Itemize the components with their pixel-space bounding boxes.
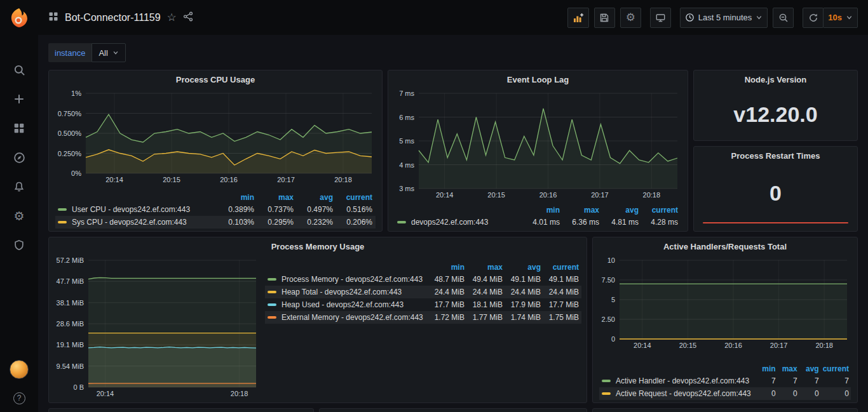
variable-value-dropdown[interactable]: All bbox=[92, 43, 125, 62]
svg-text:20:18: 20:18 bbox=[643, 191, 661, 199]
alerting-bell-icon[interactable] bbox=[13, 180, 25, 193]
legend-value: 1.77 MiB bbox=[467, 311, 505, 324]
legend-value: 24.4 MiB bbox=[467, 286, 505, 298]
memory-legend: min max avg current Process Memory - dev… bbox=[262, 255, 587, 402]
legend-value: 17.7 MiB bbox=[543, 298, 581, 311]
legend-row: Heap Total - devops242.ef.com:443 24.4 M… bbox=[265, 286, 581, 298]
template-variable-row: instance All bbox=[48, 43, 126, 62]
svg-text:2.50: 2.50 bbox=[602, 316, 615, 323]
svg-text:20:18: 20:18 bbox=[231, 390, 248, 397]
svg-text:0.500%: 0.500% bbox=[58, 130, 82, 137]
cpu-graph[interactable]: 1%0.750%0.500%0.250%0%20:1420:1520:1620:… bbox=[53, 88, 378, 185]
svg-text:20:16: 20:16 bbox=[539, 191, 557, 199]
panel-title[interactable]: Event Loop Lag bbox=[388, 70, 688, 88]
time-range-picker[interactable]: Last 5 minutes bbox=[680, 8, 768, 28]
svg-text:1%: 1% bbox=[71, 90, 81, 97]
svg-text:4 ms: 4 ms bbox=[399, 161, 414, 169]
legend-value: 49.1 MiB bbox=[543, 273, 581, 286]
svg-text:20:15: 20:15 bbox=[163, 176, 180, 183]
svg-text:20:17: 20:17 bbox=[277, 176, 295, 183]
legend-value: 0.103% bbox=[218, 216, 257, 229]
panel-title[interactable]: Process Restart Times bbox=[694, 147, 857, 164]
series-name[interactable]: Active Handler - devops242.ef.com:443 bbox=[616, 376, 749, 385]
clock-icon bbox=[685, 13, 695, 22]
share-icon[interactable] bbox=[183, 11, 193, 23]
restart-times-value: 0 bbox=[694, 164, 857, 231]
legend-row: User CPU - devops242.ef.com:443 0.389% 0… bbox=[55, 203, 376, 216]
create-plus-icon[interactable] bbox=[13, 93, 25, 105]
explore-compass-icon[interactable] bbox=[13, 151, 25, 164]
legend-value: 24.4 MiB bbox=[505, 286, 543, 298]
legend-header-avg: avg bbox=[505, 262, 543, 273]
legend-value: 17.9 MiB bbox=[505, 298, 543, 311]
panel-process-restart-times: Process Restart Times 0 bbox=[693, 146, 858, 232]
panel-title[interactable]: Active Handlers/Requests Total bbox=[593, 237, 857, 255]
svg-text:20:16: 20:16 bbox=[724, 342, 742, 349]
user-avatar[interactable] bbox=[10, 360, 29, 379]
memory-graph[interactable]: 57.2 MiB47.7 MiB38.1 MiB28.6 MiB19.1 MiB… bbox=[51, 255, 262, 399]
series-name[interactable]: Heap Used - devops242.ef.com:443 bbox=[281, 300, 403, 309]
panel-title[interactable]: Process CPU Usage bbox=[49, 70, 382, 88]
legend-value: 7 bbox=[821, 375, 851, 387]
active-graph[interactable]: 107.5052.50020:1420:1520:1620:1720:18 bbox=[597, 255, 853, 350]
legend-row: Process Memory - devops242.ef.com:443 48… bbox=[265, 273, 581, 286]
configuration-gear-icon[interactable]: ⚙ bbox=[13, 209, 25, 222]
dashboard-area: instance All Process CPU Usage 1%0.750%0… bbox=[0, 0, 868, 412]
dashboard-title[interactable]: Bot-Connector-11159 bbox=[65, 12, 161, 23]
refresh-interval-dropdown[interactable]: 10s bbox=[823, 8, 858, 28]
refresh-icon bbox=[808, 13, 818, 23]
legend-value: 48.7 MiB bbox=[429, 273, 467, 286]
help-icon[interactable]: ? bbox=[13, 392, 25, 404]
lag-graph[interactable]: 7 ms6 ms5 ms4 ms3 ms20:1420:1520:1620:17… bbox=[392, 88, 684, 200]
legend-value: 4.81 ms bbox=[602, 216, 642, 229]
time-range-label: Last 5 minutes bbox=[698, 13, 752, 22]
refresh-button[interactable] bbox=[803, 8, 824, 28]
series-name[interactable]: Sys CPU - devops242.ef.com:443 bbox=[72, 218, 187, 227]
series-name[interactable]: User CPU - devops242.ef.com:443 bbox=[72, 205, 190, 214]
dashboard-settings-button[interactable]: ⚙ bbox=[620, 8, 641, 28]
active-legend: min max avg current Active Handler - dev… bbox=[593, 363, 857, 402]
legend-value: 0.232% bbox=[297, 216, 336, 229]
legend-header-current: current bbox=[821, 363, 851, 375]
save-dashboard-button[interactable] bbox=[594, 8, 615, 28]
legend-row: devops242.ef.com:443 4.01 ms 6.36 ms 4.8… bbox=[395, 216, 681, 229]
legend-value: 0.516% bbox=[336, 203, 376, 216]
svg-text:20:14: 20:14 bbox=[436, 191, 454, 199]
series-swatch bbox=[268, 291, 276, 293]
svg-text:20:16: 20:16 bbox=[220, 176, 238, 183]
series-swatch bbox=[268, 316, 276, 319]
cpu-legend: min max avg current User CPU - devops242… bbox=[49, 192, 382, 231]
dashboards-icon[interactable] bbox=[13, 122, 25, 135]
star-icon[interactable]: ☆ bbox=[167, 12, 177, 23]
variable-value-text: All bbox=[98, 48, 107, 58]
panel-active-handlers-requests: Active Handlers/Requests Total 107.5052.… bbox=[592, 237, 858, 403]
series-name[interactable]: devops242.ef.com:443 bbox=[411, 218, 488, 227]
legend-header-max: max bbox=[257, 192, 297, 203]
series-name[interactable]: Heap Total - devops242.ef.com:443 bbox=[281, 288, 402, 296]
panel-title[interactable]: Process Memory Usage bbox=[49, 237, 587, 255]
panel-title[interactable]: Node.js Version bbox=[694, 70, 857, 88]
svg-text:20:14: 20:14 bbox=[105, 176, 123, 183]
add-panel-button[interactable] bbox=[567, 8, 589, 28]
grafana-logo[interactable] bbox=[0, 0, 38, 35]
svg-text:47.7 MiB: 47.7 MiB bbox=[57, 277, 84, 285]
series-name[interactable]: Active Request - devops242.ef.com:443 bbox=[616, 389, 751, 398]
legend-row: Heap Used - devops242.ef.com:443 17.7 Mi… bbox=[265, 298, 581, 311]
legend-value: 24.4 MiB bbox=[543, 286, 581, 298]
legend-value: 18.1 MiB bbox=[467, 298, 505, 311]
legend-row: Sys CPU - devops242.ef.com:443 0.103% 0.… bbox=[55, 216, 376, 229]
legend-row: Active Handler - devops242.ef.com:443 7 … bbox=[599, 375, 851, 387]
series-name[interactable]: External Memory - devops242.ef.com:443 bbox=[281, 313, 423, 322]
cycle-view-mode-button[interactable] bbox=[650, 8, 671, 28]
legend-value: 7 bbox=[778, 375, 799, 387]
partial-panel bbox=[48, 408, 314, 412]
bar-chart-plus-icon bbox=[573, 12, 584, 23]
legend-header-max: max bbox=[778, 363, 799, 375]
server-admin-shield-icon[interactable] bbox=[13, 239, 25, 251]
legend-value: 17.7 MiB bbox=[429, 298, 467, 311]
series-name[interactable]: Process Memory - devops242.ef.com:443 bbox=[281, 275, 423, 284]
zoom-out-time-button[interactable] bbox=[773, 8, 794, 28]
chevron-down-icon bbox=[756, 14, 763, 21]
search-icon[interactable] bbox=[13, 63, 25, 76]
legend-value: 7 bbox=[799, 375, 821, 387]
